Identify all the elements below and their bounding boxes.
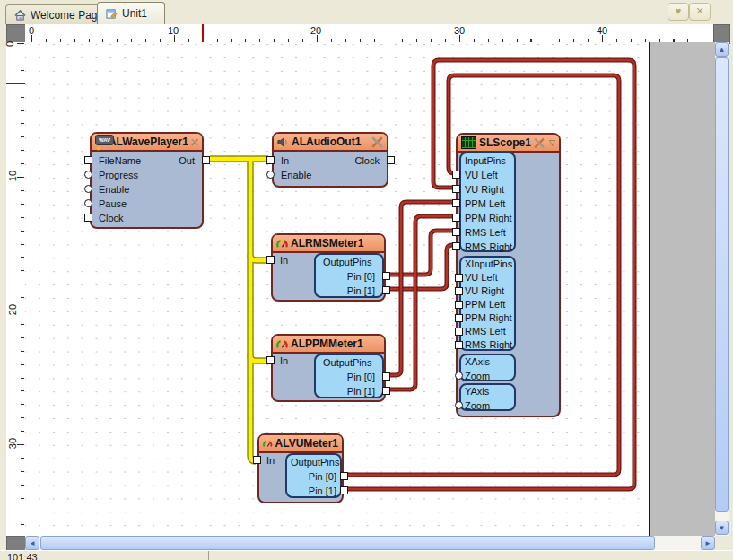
tools-icon[interactable] bbox=[191, 136, 198, 148]
panel-title-row: XAxis bbox=[461, 355, 514, 369]
block-header[interactable]: SLScope1 ▽ bbox=[458, 135, 559, 153]
panel-title: YAxis bbox=[465, 385, 489, 398]
tab-list-button[interactable]: ♥ bbox=[668, 3, 689, 21]
ruler-label: 10 bbox=[7, 171, 18, 181]
scroll-left-button[interactable]: ◄ bbox=[25, 536, 39, 550]
panel-title-row: XInputPins bbox=[461, 258, 514, 271]
pin-vu-left[interactable] bbox=[452, 171, 460, 179]
pin-out[interactable] bbox=[202, 156, 210, 164]
block-alaudioout1[interactable]: ALAudioOut1 In Clock Enable bbox=[272, 132, 388, 188]
chevron-down-icon[interactable]: ▽ bbox=[549, 138, 555, 147]
panel-title: OutputPins bbox=[291, 455, 339, 469]
pin-x-vu-left[interactable] bbox=[455, 274, 463, 282]
rms-meter-icon bbox=[276, 238, 288, 249]
right-frame-strip bbox=[729, 24, 733, 550]
pin-label: Progress bbox=[99, 168, 138, 182]
scope-icon bbox=[461, 136, 476, 149]
pin-out-0[interactable] bbox=[382, 272, 390, 280]
pin-out-1[interactable] bbox=[382, 286, 390, 294]
pin-label: Pin [0] bbox=[347, 269, 375, 284]
pin-in[interactable] bbox=[266, 156, 275, 164]
pin-label: PPM Right bbox=[465, 211, 512, 225]
pin-pause[interactable] bbox=[84, 199, 92, 207]
block-slscope1[interactable]: SLScope1 ▽ InputPins VU Left VU Right PP… bbox=[456, 133, 561, 417]
wav-file-icon: WAV▼ bbox=[95, 135, 106, 149]
pin-label: Pin [1] bbox=[347, 284, 375, 298]
pin-xaxis-zoom[interactable] bbox=[455, 372, 463, 380]
pin-label: Pause bbox=[99, 197, 127, 211]
pin-out-1[interactable] bbox=[340, 486, 348, 494]
pin-vu-right[interactable] bbox=[452, 185, 460, 193]
block-title: ALPPMMeter1 bbox=[291, 337, 363, 350]
pin-row: RMS Left bbox=[461, 325, 514, 338]
block-header[interactable]: ALRMSMeter1 bbox=[273, 235, 384, 253]
tab-close-button[interactable]: ✕ bbox=[689, 3, 711, 21]
pin-row: Enable bbox=[274, 168, 387, 182]
pin-row: Clock bbox=[92, 211, 202, 225]
pin-in[interactable] bbox=[253, 456, 261, 464]
pin-out-1[interactable] bbox=[382, 387, 390, 395]
pin-x-rms-left[interactable] bbox=[455, 328, 463, 336]
pin-rms-right[interactable] bbox=[452, 242, 460, 250]
pin-x-vu-right[interactable] bbox=[455, 287, 463, 295]
pin-out-0[interactable] bbox=[340, 472, 348, 480]
pin-enable[interactable] bbox=[84, 185, 92, 193]
tools-icon[interactable] bbox=[534, 137, 545, 149]
pin-ppm-right[interactable] bbox=[452, 214, 460, 222]
panel-title: OutputPins bbox=[323, 255, 371, 269]
ide-window: Welcome Page Unit1 ♥ ✕ 0 10 20 30 40 0 bbox=[0, 0, 733, 560]
xinputpins-panel: XInputPins VU Left VU Right PPM Left PPM… bbox=[459, 256, 516, 351]
scroll-up-button[interactable]: ▲ bbox=[715, 42, 729, 57]
pin-row: VU Right bbox=[461, 182, 514, 197]
pin-x-rms-right[interactable] bbox=[455, 341, 463, 349]
block-header[interactable]: ALPPMMeter1 bbox=[273, 336, 384, 354]
pin-ppm-left[interactable] bbox=[452, 199, 460, 207]
cursor-position-label: 101:43 bbox=[7, 552, 38, 560]
block-alrmsmeter1[interactable]: ALRMSMeter1 In OutputPins Pin [0] Pin [1… bbox=[271, 233, 386, 302]
block-alppmmeter1[interactable]: ALPPMMeter1 In OutputPins Pin [0] Pin [1… bbox=[271, 334, 386, 402]
panel-title: XInputPins bbox=[465, 258, 512, 271]
pin-label: RMS Left bbox=[465, 225, 506, 240]
pin-clock[interactable] bbox=[387, 156, 395, 164]
v-scroll-thumb[interactable] bbox=[715, 57, 729, 512]
pin-row: Pin [1] bbox=[316, 284, 382, 298]
pin-filename[interactable] bbox=[84, 156, 92, 164]
vu-meter-icon bbox=[263, 438, 273, 450]
pin-row: Zoom bbox=[461, 398, 514, 413]
pin-progress[interactable] bbox=[84, 171, 92, 179]
scroll-down-button[interactable]: ▼ bbox=[715, 521, 729, 535]
block-title: ALRMSMeter1 bbox=[291, 237, 363, 249]
block-alvumeter1[interactable]: ALVUMeter1 In OutputPins Pin [0] Pin [1] bbox=[257, 433, 344, 503]
pin-x-ppm-left[interactable] bbox=[455, 301, 463, 309]
pin-row: Enable bbox=[92, 182, 202, 197]
pin-rms-left[interactable] bbox=[452, 228, 460, 236]
pin-row: Pause bbox=[92, 197, 202, 211]
ruler-label: 20 bbox=[7, 304, 18, 315]
h-scroll-thumb[interactable] bbox=[40, 536, 655, 550]
pin-label: Pin [0] bbox=[347, 370, 375, 384]
pin-clock[interactable] bbox=[84, 214, 92, 222]
block-title: SLScope1 bbox=[479, 136, 531, 149]
ruler-label: 10 bbox=[168, 25, 179, 36]
pin-label: VU Left bbox=[465, 271, 498, 284]
panel-title-row: OutputPins bbox=[316, 255, 382, 269]
scroll-right-button[interactable]: ► bbox=[701, 536, 715, 550]
pin-yaxis-zoom[interactable] bbox=[455, 401, 463, 409]
pin-in[interactable] bbox=[266, 356, 275, 364]
panel-title-row: InputPins bbox=[461, 153, 514, 168]
arrow-down-icon: ▼ bbox=[719, 524, 726, 532]
block-alwaveplayer1[interactable]: WAV▼ ALWavePlayer1 FileName Out Progress… bbox=[90, 132, 204, 229]
pin-label: Pin [1] bbox=[309, 484, 336, 498]
panel-title: InputPins bbox=[465, 153, 506, 168]
block-header[interactable]: ALVUMeter1 bbox=[259, 435, 342, 453]
block-header[interactable]: ALAudioOut1 bbox=[274, 134, 387, 152]
pin-in[interactable] bbox=[266, 256, 275, 264]
pin-row: Pin [0] bbox=[287, 469, 340, 484]
tools-icon[interactable] bbox=[371, 136, 383, 148]
pin-label: In bbox=[266, 453, 275, 468]
pin-x-ppm-right[interactable] bbox=[455, 314, 463, 322]
pin-enable[interactable] bbox=[266, 171, 275, 179]
tab-unit1[interactable]: Unit1 bbox=[97, 2, 165, 24]
pin-out-0[interactable] bbox=[382, 372, 390, 381]
block-header[interactable]: WAV▼ ALWavePlayer1 bbox=[92, 134, 202, 152]
